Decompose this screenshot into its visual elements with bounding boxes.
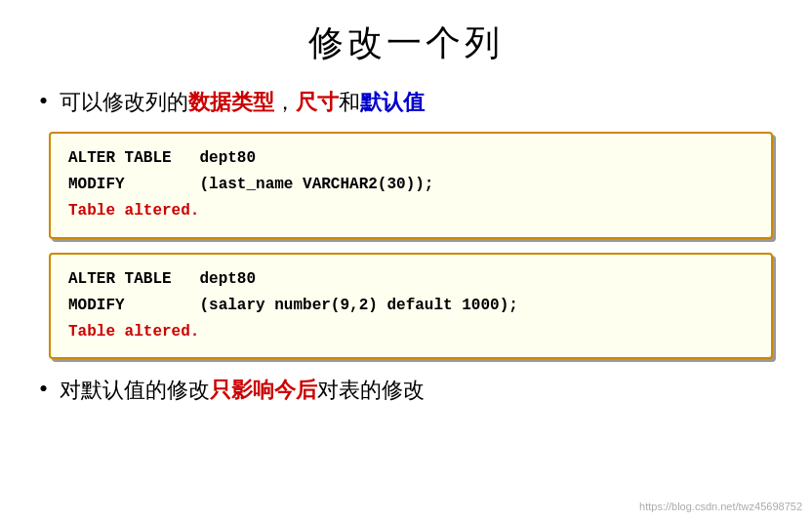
bullet1-and: 和 bbox=[339, 90, 360, 114]
code1-line2: MODIFY (last_name VARCHAR2(30)); bbox=[68, 172, 753, 198]
page-title: 修改一个列 bbox=[39, 20, 773, 67]
bullet2-prefix: 对默认值的修改 bbox=[60, 378, 210, 402]
bullet1-highlight1: 数据类型 bbox=[188, 90, 274, 114]
bullet-item-2: • 对默认值的修改只影响今后对表的修改 bbox=[39, 373, 773, 406]
bullet-dot-2: • bbox=[39, 373, 48, 406]
code2-line2: MODIFY (salary number(9,2) default 1000)… bbox=[68, 293, 753, 319]
watermark: https://blog.csdn.net/twz45698752 bbox=[639, 501, 802, 512]
code2-line1: ALTER TABLE dept80 bbox=[68, 266, 753, 293]
bullet1-highlight2: 尺寸 bbox=[296, 90, 339, 114]
code1-line1: ALTER TABLE dept80 bbox=[68, 145, 753, 172]
bullet2-suffix: 对表的修改 bbox=[317, 378, 425, 402]
bullet-text-1: 可以修改列的数据类型，尺寸和默认值 bbox=[60, 86, 425, 118]
bullet-item-1: • 可以修改列的数据类型，尺寸和默认值 bbox=[39, 85, 773, 118]
bullet2-highlight1: 只影响今后 bbox=[210, 378, 317, 402]
bullet-dot-1: • bbox=[39, 85, 48, 118]
bullet1-highlight3: 默认值 bbox=[360, 90, 425, 114]
page-container: 修改一个列 • 可以修改列的数据类型，尺寸和默认值 ALTER TABLE de… bbox=[0, 0, 812, 522]
code-block-2: ALTER TABLE dept80 MODIFY (salary number… bbox=[49, 253, 773, 360]
code-block-1: ALTER TABLE dept80 MODIFY (last_name VAR… bbox=[49, 132, 773, 239]
bullet1-middle: ， bbox=[274, 90, 296, 114]
code2-line3: Table altered. bbox=[68, 319, 753, 345]
code1-line3: Table altered. bbox=[68, 198, 753, 224]
bullet1-prefix: 可以修改列的 bbox=[60, 90, 188, 114]
bullet-text-2: 对默认值的修改只影响今后对表的修改 bbox=[60, 374, 425, 406]
